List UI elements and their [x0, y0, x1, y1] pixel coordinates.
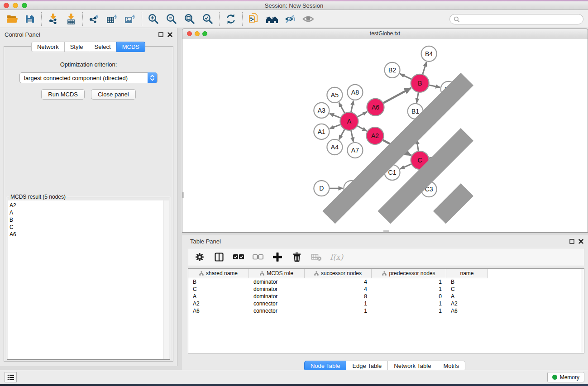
close-panel-icon[interactable]	[578, 239, 583, 244]
memory-button[interactable]: Memory	[547, 372, 584, 382]
result-item[interactable]: B	[10, 216, 163, 224]
table-row[interactable]: Cdominator41C	[188, 286, 488, 293]
memory-status-icon	[552, 375, 557, 380]
mcds-tab-content: Optimization criterion: largest connecte…	[4, 46, 173, 362]
float-panel-icon[interactable]	[569, 239, 574, 244]
delete-column-button[interactable]	[291, 251, 303, 263]
network-close-button[interactable]	[187, 31, 192, 36]
graphics-details-button[interactable]	[281, 11, 299, 27]
table-cell: 1	[305, 308, 372, 314]
criterion-dropdown[interactable]: largest connected component (directed)	[19, 72, 158, 83]
search-input[interactable]	[460, 14, 583, 24]
column-type-icon	[314, 271, 319, 276]
table-toolbar: f(x)	[188, 248, 584, 266]
column-header-label: shared name	[206, 270, 238, 276]
run-mcds-button[interactable]: Run MCDS	[41, 89, 85, 100]
task-history-button[interactable]	[5, 372, 17, 382]
result-scrollbar[interactable]	[163, 200, 169, 359]
zoom-out-button[interactable]	[163, 11, 181, 27]
column-header-label: successor nodes	[321, 270, 362, 276]
node-table[interactable]: shared nameMCDS rolesuccessor nodesprede…	[188, 268, 584, 353]
table-cell: dominator	[249, 293, 305, 300]
float-panel-icon[interactable]	[158, 32, 163, 37]
zoom-out-icon	[166, 13, 177, 25]
desktop-edge-bottom	[0, 384, 588, 386]
eye-icon	[302, 14, 315, 24]
zoom-in-button[interactable]	[144, 11, 163, 27]
close-panel-button[interactable]: Close panel	[91, 89, 136, 100]
table-row[interactable]: A2connector11A2	[188, 300, 488, 307]
apply-layout-button[interactable]	[222, 11, 240, 27]
mcds-result-box: MCDS result (5 nodes) A2ABCA6	[7, 197, 170, 360]
column-header-name[interactable]: name	[446, 269, 488, 278]
table-cell: A6	[446, 308, 488, 314]
import-table-button[interactable]	[62, 11, 80, 27]
delete-table-icon	[311, 253, 322, 261]
table-cell: 1	[372, 308, 446, 314]
tab-mcds[interactable]: MCDS	[116, 42, 145, 52]
resize-grip-icon[interactable]	[182, 38, 587, 231]
export-network-button[interactable]	[85, 11, 103, 27]
control-panel: Control Panel NetworkStyleSelectMCDS Opt…	[0, 28, 177, 366]
plus-icon	[273, 253, 282, 262]
table-cell: C	[188, 286, 249, 292]
select-all-rows-button[interactable]	[233, 251, 244, 263]
column-header-shared-name[interactable]: shared name	[188, 269, 249, 278]
table-cell: A2	[188, 300, 249, 307]
function-builder-button[interactable]: f(x)	[330, 253, 343, 262]
zoom-in-icon	[148, 13, 159, 25]
table-cell: connector	[249, 300, 305, 307]
result-item[interactable]: A2	[10, 202, 163, 209]
show-hide-panel-button[interactable]	[299, 11, 317, 27]
toolbar-separator	[82, 12, 83, 26]
table-row[interactable]: A6connector11A6	[188, 307, 488, 315]
table-row[interactable]: Bdominator41B	[188, 278, 488, 286]
zoom-window-button[interactable]	[22, 3, 27, 8]
save-icon	[25, 14, 35, 24]
table-scrollbar[interactable]	[581, 269, 584, 353]
column-header-predecessor-nodes[interactable]: predecessor nodes	[372, 269, 446, 278]
table-cell: 1	[372, 300, 446, 307]
result-item[interactable]: A6	[10, 231, 163, 238]
close-window-button[interactable]	[4, 3, 9, 8]
zoom-fit-button[interactable]	[181, 11, 199, 27]
open-folder-button[interactable]	[3, 11, 21, 27]
zoom-selected-icon	[202, 13, 214, 25]
minimize-window-button[interactable]	[13, 3, 18, 8]
network-zoom-button[interactable]	[202, 31, 207, 36]
close-panel-icon[interactable]	[167, 32, 172, 37]
table-settings-button[interactable]	[194, 251, 206, 263]
network-minimize-button[interactable]	[195, 31, 200, 36]
table-panel: Table Panel	[182, 235, 588, 370]
result-item[interactable]: A	[10, 209, 163, 216]
delete-table-button[interactable]	[311, 251, 322, 263]
zoom-selected-button[interactable]	[199, 11, 217, 27]
chevron-up-down-icon	[150, 75, 155, 81]
open-network-file-button[interactable]	[245, 11, 263, 27]
ndex-home-button[interactable]	[263, 11, 281, 27]
tab-style[interactable]: Style	[64, 42, 89, 52]
save-session-button[interactable]	[21, 11, 39, 27]
search-field[interactable]	[449, 14, 583, 24]
mcds-result-list[interactable]: A2ABCA6	[8, 200, 163, 359]
show-columns-button[interactable]	[213, 251, 225, 263]
deselect-all-rows-button[interactable]	[252, 251, 264, 263]
tab-select[interactable]: Select	[89, 42, 117, 52]
search-icon	[454, 16, 460, 23]
toolbar-separator	[242, 12, 243, 26]
result-item[interactable]: C	[10, 224, 163, 231]
tab-network[interactable]: Network	[31, 42, 65, 52]
refresh-layout-icon	[225, 14, 236, 24]
toolbar-separator	[219, 12, 220, 26]
toolbar-separator	[142, 12, 142, 26]
export-table-button[interactable]	[103, 11, 121, 27]
table-cell: 1	[372, 279, 446, 285]
window-title: Session: New Session	[0, 2, 588, 9]
import-network-button[interactable]	[44, 11, 62, 27]
create-column-button[interactable]	[272, 251, 283, 263]
table-row[interactable]: Adominator80A	[188, 293, 488, 300]
column-header-MCDS-role[interactable]: MCDS role	[249, 269, 305, 278]
export-image-button[interactable]	[121, 11, 139, 27]
network-canvas[interactable]: B4B2BB3A8A5A6A3B1AA1C2A2A4A7C4CC1C3DD1	[182, 38, 588, 233]
column-header-successor-nodes[interactable]: successor nodes	[305, 269, 372, 278]
